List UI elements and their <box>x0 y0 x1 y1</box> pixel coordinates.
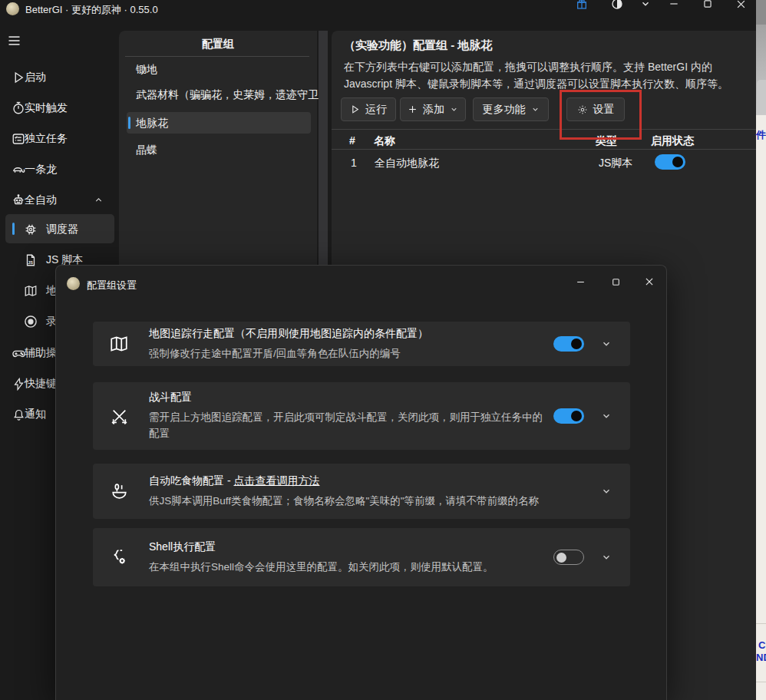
annotation-red-box <box>560 90 642 140</box>
config-group-settings-dialog: 配置组设置 地图追踪行走配置（不启用则使用地图追踪内的条件配置） 强制修改行走途… <box>55 265 667 700</box>
card-subtitle: 供JS脚本调用Buff类食物配置；食物名称会忽略"美味的"等前缀，请填不带前缀的… <box>149 493 554 509</box>
col-header-name: 名称 <box>374 134 395 148</box>
background-window-scrollbar <box>757 80 766 114</box>
tasks-icon <box>11 131 26 147</box>
background-text-fragment: ND <box>756 652 766 663</box>
more-features-label: 更多功能 <box>483 103 526 117</box>
run-button-label: 运行 <box>365 103 387 117</box>
sidebar-item-label: 实时触发 <box>25 101 68 115</box>
add-button-label: 添加 <box>423 103 444 117</box>
dialog-maximize-button[interactable] <box>603 272 629 292</box>
sidebar-item-label: 辅助操 <box>25 346 57 360</box>
close-button[interactable] <box>733 0 748 12</box>
map-icon <box>108 334 130 354</box>
setting-card-map-tracking[interactable]: 地图追踪行走配置（不启用则使用地图追踪内的条件配置） 强制修改行走途中配置开盾/… <box>93 322 630 366</box>
chevron-down-icon[interactable] <box>638 0 653 12</box>
card-title: Shell执行配置 <box>149 540 544 554</box>
config-groups-header: 配置组 <box>119 38 317 51</box>
food-icon <box>108 482 130 501</box>
view-usage-link[interactable]: 点击查看调用方法 <box>233 474 319 487</box>
chevron-down-icon[interactable] <box>601 552 612 563</box>
card-subtitle: 强制修改行走途中配置开盾/回血等角色在队伍内的编号 <box>149 345 544 362</box>
chevron-down-icon[interactable] <box>601 486 612 497</box>
titlebar: BetterGI · 更好的原神 · 0.55.0 <box>0 0 756 25</box>
map-tracking-toggle[interactable] <box>553 336 584 352</box>
row-name: 全自动地脉花 <box>375 157 439 170</box>
shell-config-toggle[interactable] <box>553 550 584 565</box>
hamburger-icon[interactable] <box>8 35 21 46</box>
play-icon <box>11 70 26 85</box>
minimize-button[interactable] <box>666 0 682 12</box>
sidebar-item-label: 独立任务 <box>25 132 68 146</box>
app-icon <box>67 277 80 290</box>
run-button[interactable]: 运行 <box>341 97 396 121</box>
map-icon <box>23 283 38 299</box>
card-title: 地图追踪行走配置（不启用则使用地图追踪内的条件配置） <box>149 327 544 341</box>
dialog-title: 配置组设置 <box>87 279 137 292</box>
sidebar-item-label: 全自动 <box>25 193 57 207</box>
row-index: 1 <box>351 157 357 169</box>
chevron-up-icon[interactable] <box>94 195 104 205</box>
stopwatch-icon <box>11 101 26 116</box>
chevron-down-icon <box>450 105 458 114</box>
scheduler-icon <box>23 222 38 237</box>
chevron-down-icon[interactable] <box>601 338 612 349</box>
combat-config-toggle[interactable] <box>553 408 584 424</box>
gift-icon[interactable] <box>574 0 589 12</box>
description-line1: 在下方列表中右键可以添加配置，拖拽可以调整执行顺序。支持 BetterGI 内的 <box>344 61 712 74</box>
setting-card-shell[interactable]: Shell执行配置 在本组中执行Shell命令会使用这里的配置。如关闭此项，则使… <box>93 528 630 586</box>
sidebar-item-full-auto[interactable]: 全自动 <box>0 189 115 212</box>
col-header-index: # <box>349 134 355 147</box>
theme-icon[interactable] <box>609 0 625 12</box>
card-title-text: 自动吃食物配置 - <box>149 474 233 487</box>
add-button[interactable]: 添加 <box>400 97 466 121</box>
record-icon <box>23 314 38 329</box>
group-item-dimaihua[interactable]: 地脉花 <box>136 117 168 130</box>
col-header-status: 启用状态 <box>651 134 694 148</box>
sidebar-item-label: 通知 <box>25 408 46 421</box>
background-text-fragment: C <box>758 639 765 651</box>
chevron-down-icon[interactable] <box>601 411 612 421</box>
selection-accent-bar <box>128 117 130 129</box>
divider <box>756 682 766 682</box>
bell-icon <box>11 407 26 422</box>
row-type: JS脚本 <box>599 157 632 170</box>
lightning-icon <box>11 376 26 391</box>
sidebar-item-start[interactable]: 启动 <box>0 66 115 89</box>
shell-script-icon <box>108 548 130 567</box>
group-item-chudi[interactable]: 锄地 <box>136 63 157 77</box>
background-text-fragment: 件 <box>756 128 766 142</box>
sidebar-item-independent-tasks[interactable]: 独立任务 <box>0 127 115 150</box>
screen: BetterGI · 更好的原神 · 0.55.0 启动 <box>0 0 766 700</box>
page-title: （实验功能）配置组 - 地脉花 <box>344 38 492 53</box>
sidebar-item-label: 快捷键 <box>25 377 57 391</box>
divider <box>332 129 756 130</box>
divider <box>756 623 766 624</box>
swords-icon <box>108 407 130 426</box>
background-window-sliver <box>756 115 766 700</box>
background-window-sliver <box>756 0 766 25</box>
svg-text:JS: JS <box>28 260 33 265</box>
more-features-button[interactable]: 更多功能 <box>473 97 549 121</box>
sidebar-item-one-dragon[interactable]: 一条龙 <box>0 158 115 181</box>
description-line2: Javascript 脚本、键鼠录制脚本等，通过调度器可以设置脚本执行次数、顺序… <box>344 78 728 91</box>
sidebar-item-label: 一条龙 <box>25 163 57 177</box>
sidebar-item-realtime-trigger[interactable]: 实时触发 <box>0 97 115 120</box>
setting-card-auto-food[interactable]: 自动吃食物配置 - 点击查看调用方法 供JS脚本调用Buff类食物配置；食物名称… <box>93 464 630 519</box>
maximize-button[interactable] <box>700 0 715 12</box>
robot-icon <box>11 193 26 208</box>
dialog-close-button[interactable] <box>636 272 662 292</box>
chevron-down-icon <box>531 105 540 114</box>
dialog-minimize-button[interactable] <box>567 272 593 292</box>
group-item-weapon-materials[interactable]: 武器材料（骗骗花，史莱姆，遗迹守卫） <box>136 88 329 102</box>
card-title: 战斗配置 <box>149 391 544 404</box>
setting-card-combat[interactable]: 战斗配置 需开启上方地图追踪配置，开启此项可制定战斗配置，关闭此项，则用于独立任… <box>93 382 630 450</box>
card-subtitle: 在本组中执行Shell命令会使用这里的配置。如关闭此项，则使用默认配置。 <box>149 559 544 575</box>
sidebar-subitem-scheduler-content[interactable]: 调度器 <box>0 218 115 241</box>
sidebar-subitem-label: 调度器 <box>46 223 78 236</box>
row-enabled-toggle[interactable] <box>655 154 685 170</box>
sidebar-item-label: 启动 <box>25 71 46 84</box>
group-item-jingdie[interactable]: 晶蝶 <box>136 144 157 157</box>
gamepad-icon <box>11 345 26 361</box>
card-subtitle: 需开启上方地图追踪配置，开启此项可制定战斗配置，关闭此项，则用于独立任务中的配置 <box>149 409 544 441</box>
